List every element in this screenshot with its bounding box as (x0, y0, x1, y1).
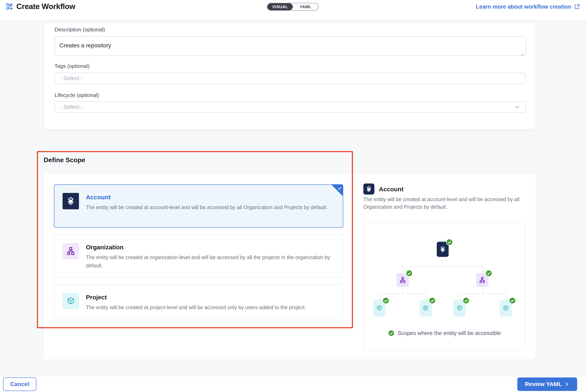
define-scope-title: Define Scope (44, 156, 85, 164)
review-yaml-button[interactable]: Review YAML (517, 378, 577, 391)
check-badge-icon (428, 297, 436, 304)
scope-option-account[interactable]: Account The entity will be created at ac… (54, 184, 343, 228)
selected-corner-check-icon (331, 185, 343, 196)
lifecycle-label: Lifecycle (optional) (54, 92, 99, 98)
scope-option-title: Account (86, 194, 110, 201)
app-header: Create Workflow VISUAL YAML Learn more a… (0, 0, 586, 21)
define-scope-panel: Account The entity will be created at ac… (44, 173, 536, 360)
footer-bar: Cancel Review YAML (0, 376, 586, 392)
check-badge-icon (382, 297, 390, 304)
toggle-visual[interactable]: VISUAL (267, 3, 293, 10)
cancel-button[interactable]: Cancel (3, 378, 36, 391)
scope-detail-description: The entity will be created at account-le… (363, 196, 527, 211)
diagram-legend-text: Scopes where the entity will be accessib… (398, 330, 501, 336)
check-badge-icon (406, 270, 413, 277)
lifecycle-select[interactable]: - Select - (54, 101, 526, 113)
review-yaml-label: Review YAML (525, 381, 562, 388)
scope-option-title: Project (86, 294, 107, 301)
check-badge-icon (462, 297, 470, 304)
tags-label: Tags (optional) (54, 63, 90, 69)
description-label: Description (optional) (54, 26, 105, 33)
learn-more-link[interactable]: Learn more about workflow creation (476, 4, 580, 10)
lifecycle-placeholder: - Select - (60, 104, 83, 110)
check-badge-icon (446, 238, 453, 246)
learn-more-label: Learn more about workflow creation (476, 4, 571, 10)
check-badge-icon (485, 270, 492, 277)
scope-detail-title: Account (379, 186, 404, 193)
scope-option-title: Organization (86, 244, 124, 251)
workflow-icon (5, 2, 14, 11)
workflow-form-card: Description (optional) Creates a reposit… (44, 22, 536, 130)
scope-option-description: The entity will be created at project-le… (86, 303, 343, 312)
layers-icon (62, 193, 79, 209)
cube-icon (62, 293, 79, 310)
check-badge-icon (388, 330, 395, 337)
scope-option-description: The entity will be created at account-le… (86, 203, 343, 212)
description-textarea[interactable]: Creates a repository (54, 36, 526, 56)
check-badge-icon (509, 297, 516, 304)
external-link-icon (574, 4, 580, 10)
scope-option-description: The entity will be created at organizati… (86, 253, 343, 270)
visual-yaml-toggle[interactable]: VISUAL YAML (267, 3, 319, 11)
scope-option-project[interactable]: Project The entity will be created at pr… (54, 284, 343, 318)
chevron-right-icon (564, 381, 570, 387)
tags-placeholder: - Select - (60, 75, 83, 82)
layers-icon (363, 184, 374, 194)
scope-option-organization[interactable]: Organization The entity will be created … (54, 234, 343, 278)
diagram-legend: Scopes where the entity will be accessib… (364, 330, 525, 337)
org-chart-icon (62, 243, 79, 259)
page-title: Create Workflow (16, 2, 75, 11)
scope-hierarchy-diagram: Scopes where the entity will be accessib… (363, 222, 525, 350)
chevron-down-icon (514, 104, 520, 110)
tags-select[interactable]: - Select - (54, 72, 526, 84)
toggle-yaml[interactable]: YAML (293, 3, 318, 10)
